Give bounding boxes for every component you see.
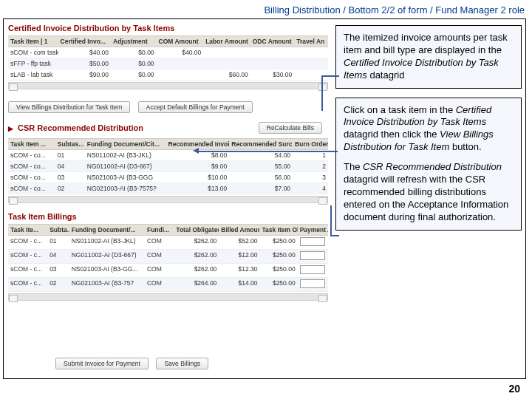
cell: COM	[145, 278, 174, 291]
col-header[interactable]: Funding Document/...	[69, 225, 145, 235]
col-header[interactable]: Total Obligated	[174, 225, 219, 235]
grid3-header: Task Ite... Subta... Funding Document/..…	[8, 224, 328, 236]
grid3-row[interactable]: sCOM - c... 01 NS011002-AI (B3-JKL) COM …	[8, 236, 328, 250]
cell	[203, 47, 250, 58]
callout-text: datagrid will refresh with the CSR recom…	[344, 174, 508, 222]
payment-input[interactable]	[300, 237, 325, 246]
section3-title: Task Item Billings	[8, 212, 328, 221]
cell: 02	[55, 183, 85, 194]
cell	[294, 47, 328, 58]
save-billings-button[interactable]: Save Billings	[156, 358, 208, 369]
cell: $40.00	[157, 47, 204, 58]
col-header[interactable]: Travel An	[294, 36, 328, 47]
cell	[203, 58, 250, 69]
cell: $7.00	[229, 183, 293, 194]
grid1-row[interactable]: sCOM - com task $40.00 $0.00 $40.00	[8, 47, 328, 58]
app-screenshot: Certified Invoice Distribution by Task I…	[4, 19, 332, 378]
callout-1: The itemized invoice amounts per task it…	[335, 25, 522, 89]
cell: $13.00	[166, 183, 230, 194]
cell: 55.00	[229, 161, 293, 171]
col-header[interactable]: Subta...	[47, 225, 69, 235]
col-header[interactable]: Payment Ai	[298, 225, 328, 235]
cell: 03	[47, 264, 69, 277]
cell[interactable]	[298, 278, 328, 291]
cell: sCOM - co...	[8, 183, 55, 194]
cell: sCOM - com task	[8, 47, 58, 58]
payment-input[interactable]	[300, 279, 325, 288]
cell: sCOM - c...	[8, 250, 47, 263]
cell	[250, 47, 295, 58]
grid2-row[interactable]: sCOM - co... 02 NG021003-AI (B3-7575? $1…	[8, 183, 328, 194]
section2-title-text: CSR Recommended Distribution	[18, 123, 143, 132]
grid2-row[interactable]: sCOM - co... 03 NS021003-AI (B3-GGG $10.…	[8, 172, 328, 183]
callout-text: button.	[449, 141, 481, 152]
cell: COM	[145, 264, 174, 277]
grid3-row[interactable]: sCOM - c... 02 NG021003-AI (B3-757 COM $…	[8, 278, 328, 292]
cell: 03	[55, 172, 85, 183]
cell: NS021003-AI (B3-GG...	[69, 264, 145, 277]
cell: sCOM - c...	[8, 264, 47, 277]
submit-invoice-button[interactable]: Submit Invoice for Payment	[55, 358, 149, 369]
cell: $250.00	[259, 250, 297, 263]
view-billings-button[interactable]: View Billings Distribution for Task Item	[8, 101, 130, 113]
cell: 2	[293, 161, 328, 171]
grid1-row[interactable]: sFFP - ffp task $50.00 $0.00	[8, 58, 328, 69]
grid2-row[interactable]: sCOM - co... 04 NG011002-AI (D3-667) $9.…	[8, 161, 328, 172]
accept-default-button[interactable]: Accept Default Billings for Payment	[138, 101, 253, 113]
col-header[interactable]: ODC Amount	[250, 36, 295, 47]
cell: $9.00	[166, 161, 230, 171]
cell	[294, 58, 328, 69]
col-header[interactable]: Recommended Surc...	[229, 139, 293, 149]
cell: $14.00	[219, 278, 259, 291]
callout-text: Click on a task item in the	[344, 104, 456, 115]
col-header[interactable]: Funding Document/Cit...	[85, 139, 166, 149]
cell: $0.00	[111, 47, 157, 58]
grid3-row[interactable]: sCOM - c... 04 NG011002-AI (D3-667) COM …	[8, 250, 328, 264]
grid1-row[interactable]: sLAB - lab task $90.00 $0.00 $60.00 $30.…	[8, 69, 328, 81]
col-header[interactable]: Billed Amount	[219, 225, 259, 235]
cell: sCOM - c...	[8, 236, 47, 249]
cell: $30.00	[250, 69, 295, 80]
grid3-row[interactable]: sCOM - c... 03 NS021003-AI (B3-GG... COM…	[8, 264, 328, 278]
cell	[294, 69, 328, 80]
callout-text: The	[344, 161, 363, 172]
col-header[interactable]: COM Amount	[157, 36, 204, 47]
grid3-h-scrollbar[interactable]	[8, 293, 328, 301]
grid1-header: Task Item | 1 Certified Invo... Adjustme…	[8, 35, 328, 47]
payment-input[interactable]	[300, 251, 325, 260]
cell: COM	[145, 236, 174, 249]
cell: NG011002-AI (D3-667)	[69, 250, 145, 263]
cell[interactable]	[298, 264, 328, 277]
recalculate-button[interactable]: ReCalculate Bills	[259, 122, 322, 134]
col-header[interactable]: Task Item Ob...	[259, 225, 297, 235]
callout-text: datagrid then click the	[344, 129, 440, 140]
cell[interactable]	[298, 236, 328, 249]
cell	[250, 58, 295, 69]
col-header[interactable]: Fundi...	[145, 225, 174, 235]
col-header[interactable]: Task Ite...	[8, 225, 47, 235]
cell: NG021003-AI (B3-757	[69, 278, 145, 291]
grid2-h-scrollbar[interactable]	[8, 196, 328, 203]
cell: NS021003-AI (B3-GGG	[85, 172, 166, 183]
grid2-header: Task Item ... Subtas... Funding Document…	[8, 138, 328, 150]
col-header[interactable]: Task Item ...	[8, 139, 55, 149]
cell: $60.00	[203, 69, 250, 80]
expand-triangle-icon[interactable]: ▶	[8, 125, 13, 132]
cell: $262.00	[174, 264, 219, 277]
cell[interactable]	[298, 250, 328, 263]
grid2-row[interactable]: sCOM - co... 01 NS011002-AI (B3-JKL) $8.…	[8, 150, 328, 161]
col-header[interactable]: Adjustment	[111, 36, 157, 47]
col-header[interactable]: Task Item | 1	[8, 36, 58, 47]
slide-body: Certified Invoice Distribution by Task I…	[3, 18, 526, 379]
col-header[interactable]: Subtas...	[55, 139, 85, 149]
page-number: 20	[508, 383, 520, 395]
grid1-h-scrollbar[interactable]	[8, 82, 328, 89]
cell: $50.00	[58, 58, 112, 69]
cell: NG021003-AI (B3-7575?	[85, 183, 166, 194]
payment-input[interactable]	[300, 265, 325, 274]
col-header[interactable]: Certified Invo...	[58, 36, 112, 47]
col-header[interactable]: Burn Order	[293, 139, 328, 149]
col-header[interactable]: Labor Amount	[203, 36, 250, 47]
cell	[157, 58, 204, 69]
cell: $262.00	[174, 250, 219, 263]
